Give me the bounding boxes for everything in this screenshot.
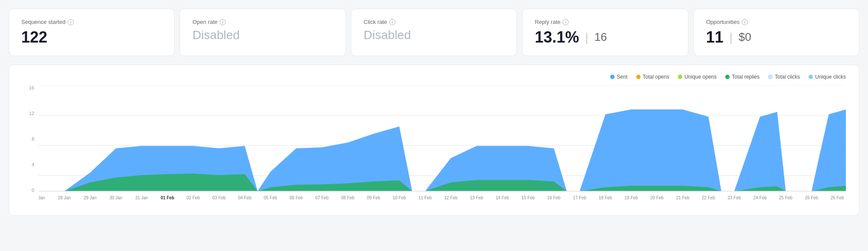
svg-text:18 Feb: 18 Feb — [599, 195, 612, 200]
legend-unique-clicks: Unique clicks — [809, 74, 846, 80]
stat-label-opportunities: Opportunities i — [706, 19, 847, 25]
stat-card-open-rate: Open rate i Disabled — [180, 9, 345, 56]
svg-text:14 Feb: 14 Feb — [496, 195, 509, 200]
y-label-4: 4 — [22, 162, 34, 167]
y-label-16: 16 — [22, 85, 34, 90]
svg-text:16 Feb: 16 Feb — [547, 195, 561, 200]
stats-row: Sequence started i 122 Open rate i Disab… — [9, 9, 859, 56]
info-icon-click-rate[interactable]: i — [389, 19, 395, 25]
info-icon-opportunities[interactable]: i — [742, 19, 748, 25]
legend-unique-opens: Unique opens — [678, 74, 717, 80]
legend-total-opens: Total opens — [636, 74, 669, 80]
legend-dot-total-clicks — [768, 75, 773, 79]
stat-label-click-rate: Click rate i — [364, 19, 504, 25]
chart-card: Sent Total opens Unique opens Total repl… — [9, 65, 859, 216]
legend-total-replies: Total replies — [725, 74, 760, 80]
svg-text:19 Feb: 19 Feb — [625, 195, 638, 200]
svg-text:22 Feb: 22 Feb — [702, 195, 715, 200]
info-icon-open-rate[interactable]: i — [220, 19, 226, 25]
svg-text:09 Feb: 09 Feb — [367, 195, 380, 200]
stat-sub-opportunities: $0 — [739, 30, 751, 44]
svg-text:13 Feb: 13 Feb — [470, 195, 483, 200]
legend-dot-unique-opens — [678, 75, 682, 79]
svg-text:25 Feb: 25 Feb — [779, 195, 792, 200]
svg-text:01 Feb: 01 Feb — [161, 195, 174, 200]
svg-text:30 Jan: 30 Jan — [109, 195, 122, 200]
stat-label-reply-rate: Reply rate i — [535, 19, 675, 25]
legend-dot-total-opens — [636, 75, 641, 79]
chart-inner: 27 Jan 28 Jan 29 Jan 30 Jan 31 Jan 01 Fe… — [39, 85, 846, 207]
svg-text:26 Feb: 26 Feb — [831, 195, 844, 200]
chart-legend: Sent Total opens Unique opens Total repl… — [22, 74, 846, 80]
stat-label-sequence-started: Sequence started i — [21, 19, 162, 25]
svg-text:10 Feb: 10 Feb — [393, 195, 406, 200]
svg-text:11 Feb: 11 Feb — [418, 195, 432, 200]
svg-text:17 Feb: 17 Feb — [573, 195, 586, 200]
chart-svg: 27 Jan 28 Jan 29 Jan 30 Jan 31 Jan 01 Fe… — [39, 85, 846, 207]
stat-value-row-opportunities: 11 | $0 — [706, 29, 847, 46]
legend-sent: Sent — [610, 74, 628, 80]
legend-dot-unique-clicks — [809, 75, 813, 79]
svg-text:03 Feb: 03 Feb — [212, 195, 226, 200]
y-label-12: 12 — [22, 111, 34, 116]
svg-text:26 Feb: 26 Feb — [805, 195, 818, 200]
stat-card-reply-rate: Reply rate i 13.1% | 16 — [522, 9, 688, 56]
svg-text:21 Feb: 21 Feb — [676, 195, 690, 200]
svg-text:29 Jan: 29 Jan — [84, 195, 97, 200]
stat-value-row-reply-rate: 13.1% | 16 — [535, 29, 675, 46]
svg-text:28 Jan: 28 Jan — [58, 195, 71, 200]
stat-value-reply-rate: 13.1% — [535, 29, 579, 46]
stat-card-click-rate: Click rate i Disabled — [351, 9, 517, 56]
legend-dot-sent — [610, 75, 615, 79]
y-label-0: 0 — [22, 188, 34, 193]
stat-value-sequence-started: 122 — [21, 29, 162, 46]
stat-value-open-rate: Disabled — [192, 29, 333, 42]
svg-text:31 Jan: 31 Jan — [135, 195, 148, 200]
svg-text:05 Feb: 05 Feb — [264, 195, 277, 200]
svg-text:06 Feb: 06 Feb — [289, 195, 303, 200]
svg-text:20 Feb: 20 Feb — [650, 195, 664, 200]
info-icon-reply-rate[interactable]: i — [562, 19, 569, 25]
svg-text:15 Feb: 15 Feb — [521, 195, 535, 200]
svg-text:04 Feb: 04 Feb — [238, 195, 252, 200]
svg-text:27 Jan: 27 Jan — [39, 195, 45, 200]
legend-total-clicks: Total clicks — [768, 74, 800, 80]
stat-label-open-rate: Open rate i — [192, 19, 333, 25]
svg-text:02 Feb: 02 Feb — [187, 195, 200, 200]
svg-text:07 Feb: 07 Feb — [316, 195, 329, 200]
y-label-8: 8 — [22, 136, 34, 142]
stat-separator-opportunities: | — [730, 30, 733, 44]
svg-text:24 Feb: 24 Feb — [753, 195, 767, 200]
y-axis-labels: 0 4 8 12 16 — [22, 85, 34, 194]
info-icon-sequence-started[interactable]: i — [68, 19, 74, 25]
stat-sub-reply-rate: 16 — [595, 30, 607, 44]
legend-dot-total-replies — [725, 75, 730, 79]
stat-value-click-rate: Disabled — [364, 29, 504, 42]
stat-card-sequence-started: Sequence started i 122 — [9, 9, 174, 56]
chart-container: 0 4 8 12 16 — [22, 85, 846, 207]
svg-text:23 Feb: 23 Feb — [727, 195, 741, 200]
stat-separator-reply-rate: | — [585, 30, 588, 44]
svg-text:08 Feb: 08 Feb — [341, 195, 355, 200]
svg-text:12 Feb: 12 Feb — [444, 195, 457, 200]
stat-card-opportunities: Opportunities i 11 | $0 — [694, 9, 859, 56]
stat-value-opportunities: 11 — [706, 29, 723, 46]
